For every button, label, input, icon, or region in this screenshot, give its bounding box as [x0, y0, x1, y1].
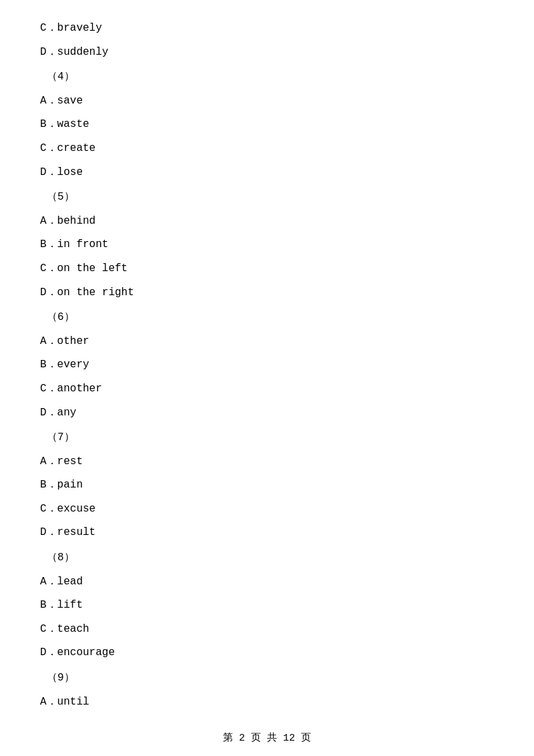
c-excuse: C．excuse — [40, 501, 494, 518]
q5: （5） — [47, 189, 494, 206]
d-result: D．result — [40, 524, 494, 542]
b-lift: B．lift — [40, 597, 494, 614]
c-bravely: C．bravely — [40, 20, 494, 37]
a-behind: A．behind — [40, 213, 494, 230]
b-waste: B．waste — [40, 116, 494, 134]
page-content: C．bravelyD．suddenly（4）A．saveB．wasteC．cre… — [0, 0, 534, 756]
q9: （9） — [47, 670, 494, 687]
d-any: D．any — [40, 405, 494, 422]
q8: （8） — [47, 550, 494, 567]
a-until: A．until — [40, 694, 494, 711]
d-suddenly: D．suddenly — [40, 44, 494, 61]
d-on-the-right: D．on the right — [40, 285, 494, 302]
footer-text: 第 2 页 共 12 页 — [223, 733, 311, 744]
c-create: C．create — [40, 140, 494, 158]
b-pain: B．pain — [40, 477, 494, 494]
page-footer: 第 2 页 共 12 页 — [0, 731, 534, 744]
a-other: A．other — [40, 333, 494, 351]
a-rest: A．rest — [40, 453, 494, 471]
d-encourage: D．encourage — [40, 644, 494, 662]
b-every: B．every — [40, 357, 494, 374]
q4: （4） — [47, 69, 494, 86]
c-another: C．another — [40, 381, 494, 398]
q6: （6） — [47, 309, 494, 327]
a-lead: A．lead — [40, 574, 494, 591]
a-save: A．save — [40, 93, 494, 110]
d-lose: D．lose — [40, 164, 494, 182]
b-in-front: B．in front — [40, 236, 494, 254]
c-teach: C．teach — [40, 621, 494, 638]
q7: （7） — [47, 429, 494, 447]
c-on-the-left: C．on the left — [40, 260, 494, 278]
